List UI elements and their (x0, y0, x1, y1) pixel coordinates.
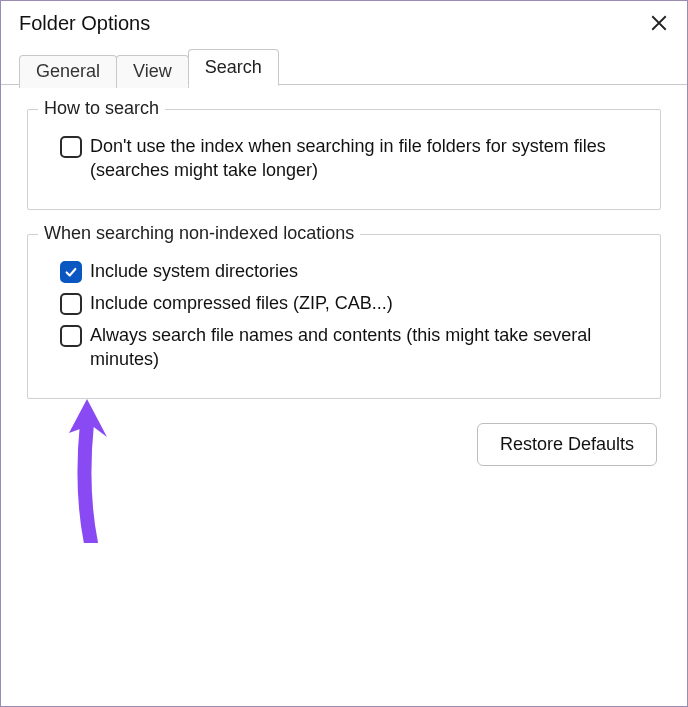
label-include-system-dirs: Include system directories (90, 259, 298, 283)
restore-defaults-button[interactable]: Restore Defaults (477, 423, 657, 466)
label-include-compressed: Include compressed files (ZIP, CAB...) (90, 291, 393, 315)
close-button[interactable] (645, 9, 673, 37)
close-icon (650, 14, 668, 32)
tab-content: How to search Don't use the index when s… (1, 85, 687, 466)
checkbox-search-contents[interactable] (60, 325, 82, 347)
group-title-how-to-search: How to search (38, 98, 165, 119)
group-title-non-indexed: When searching non-indexed locations (38, 223, 360, 244)
option-include-compressed[interactable]: Include compressed files (ZIP, CAB...) (60, 291, 644, 315)
folder-options-dialog: Folder Options General View Search How t… (0, 0, 688, 707)
group-how-to-search: How to search Don't use the index when s… (27, 109, 661, 210)
label-search-contents: Always search file names and contents (t… (90, 323, 644, 372)
option-search-contents[interactable]: Always search file names and contents (t… (60, 323, 644, 372)
group-non-indexed: When searching non-indexed locations Inc… (27, 234, 661, 399)
option-dont-use-index[interactable]: Don't use the index when searching in fi… (60, 134, 644, 183)
tab-general[interactable]: General (19, 55, 117, 88)
label-dont-use-index: Don't use the index when searching in fi… (90, 134, 644, 183)
checkmark-icon (64, 265, 78, 279)
checkbox-dont-use-index[interactable] (60, 136, 82, 158)
tab-search[interactable]: Search (188, 49, 279, 86)
restore-row: Restore Defaults (27, 423, 661, 466)
tab-view[interactable]: View (116, 55, 189, 88)
option-include-system-dirs[interactable]: Include system directories (60, 259, 644, 283)
tab-strip: General View Search (1, 47, 687, 85)
titlebar: Folder Options (1, 1, 687, 47)
checkbox-include-compressed[interactable] (60, 293, 82, 315)
checkbox-include-system-dirs[interactable] (60, 261, 82, 283)
dialog-title: Folder Options (19, 12, 150, 35)
